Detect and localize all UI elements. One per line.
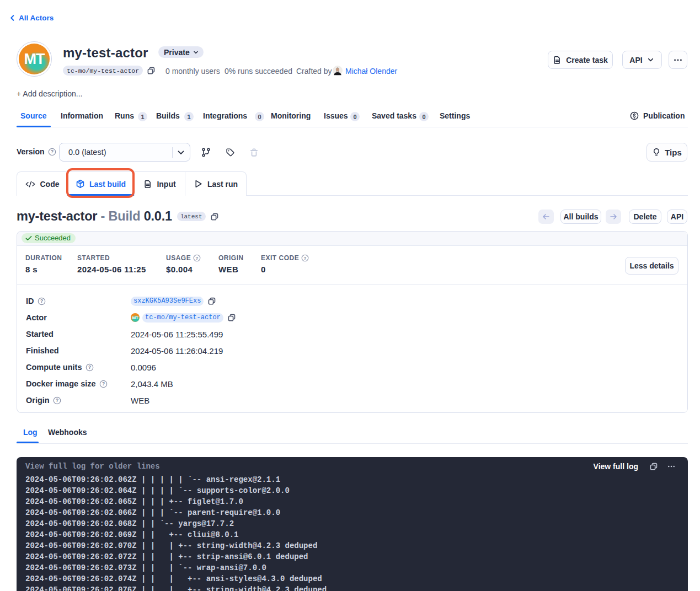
svg-text:?: ? [195, 256, 198, 261]
svg-text:?: ? [88, 364, 90, 370]
svg-text:?: ? [40, 298, 42, 304]
svg-text:?: ? [303, 256, 306, 261]
svg-text:?: ? [101, 381, 104, 386]
svg-text:?: ? [56, 397, 58, 403]
svg-text:?: ? [51, 149, 54, 154]
